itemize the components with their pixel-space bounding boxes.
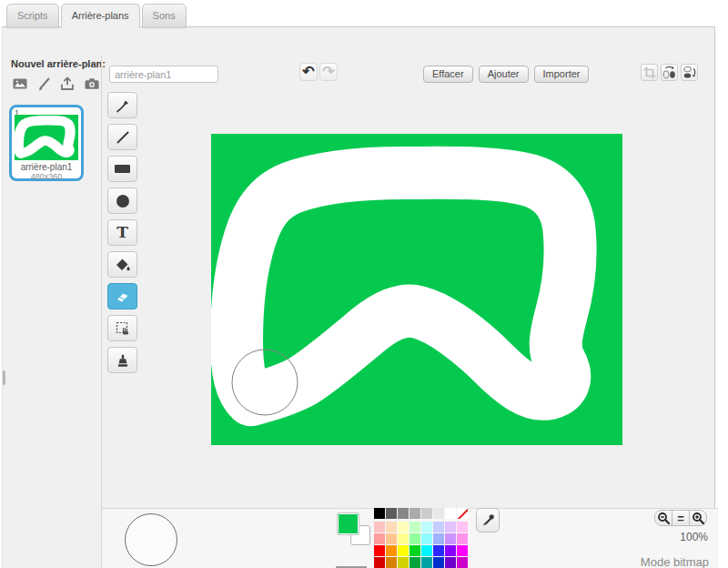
paint-canvas[interactable]: [211, 134, 622, 445]
palette-color[interactable]: [445, 533, 456, 544]
tab-backdrops[interactable]: Arrière-plans: [61, 4, 140, 28]
tool-fill[interactable]: [107, 251, 137, 278]
tool-ellipse[interactable]: [107, 188, 137, 214]
eyedropper-button[interactable]: [476, 508, 500, 532]
palette-color[interactable]: [386, 557, 397, 568]
crop-button[interactable]: [641, 64, 658, 81]
palette-color[interactable]: [410, 545, 420, 556]
palette-color[interactable]: [386, 533, 397, 544]
flip-horizontal-icon: [662, 65, 677, 80]
add-button[interactable]: Ajouter: [479, 66, 529, 83]
paint-icon[interactable]: [36, 76, 51, 92]
canvas-drawing: [211, 134, 622, 445]
ellipse-icon: [116, 195, 129, 208]
transform-buttons: [641, 64, 698, 81]
canvas-action-buttons: Effacer Ajouter Importer: [423, 66, 589, 83]
palette-color[interactable]: [421, 508, 432, 519]
undo-button[interactable]: ↶: [299, 63, 318, 81]
zoom-in-button[interactable]: [689, 510, 707, 526]
palette-color[interactable]: [410, 522, 420, 532]
backdrop-thumbnail[interactable]: 1 arrière-plan1 480x360: [9, 105, 84, 181]
palette-color[interactable]: [433, 557, 444, 568]
palette-color[interactable]: [433, 545, 444, 556]
library-icon[interactable]: [12, 76, 28, 92]
tool-select[interactable]: [107, 315, 137, 341]
palette-color[interactable]: [457, 522, 468, 532]
text-icon: T: [116, 225, 128, 240]
palette-color[interactable]: [445, 522, 456, 532]
tab-scripts[interactable]: Scripts: [6, 4, 59, 28]
tab-bar: Scripts Arrière-plans Sons: [6, 4, 188, 28]
tool-eraser[interactable]: [107, 283, 137, 309]
palette-color[interactable]: [398, 508, 409, 519]
white-drawing-stroke: [237, 173, 571, 400]
bitmap-mode-label: Mode bitmap: [618, 555, 709, 568]
palette-color[interactable]: [457, 508, 468, 519]
flip-vertical-button[interactable]: [681, 64, 698, 81]
palette-color[interactable]: [433, 508, 444, 519]
zoom-in-icon: [692, 512, 705, 525]
editor-area: Nouvel arrière-plan: 1 arrière-plan1 480…: [2, 26, 715, 568]
zoom-out-icon: [657, 512, 671, 525]
palette-color[interactable]: [374, 522, 385, 532]
upload-icon[interactable]: [59, 76, 76, 92]
tool-rectangle[interactable]: [107, 156, 137, 182]
palette-color[interactable]: [445, 545, 456, 556]
rectangle-icon: [115, 165, 130, 173]
camera-icon[interactable]: [84, 76, 100, 92]
palette-color[interactable]: [433, 522, 444, 532]
primary-color-swatch[interactable]: [337, 512, 359, 535]
redo-button[interactable]: ↷: [319, 63, 338, 81]
palette-color[interactable]: [386, 508, 397, 519]
palette-color[interactable]: [386, 545, 397, 556]
palette-color[interactable]: [457, 533, 468, 544]
clear-button[interactable]: Effacer: [423, 66, 473, 83]
new-backdrop-buttons: [12, 76, 100, 92]
palette-color[interactable]: [410, 508, 420, 519]
thumbnail-image: [15, 115, 78, 160]
palette-color[interactable]: [457, 545, 468, 556]
color-palette: [374, 508, 470, 568]
palette-color[interactable]: [445, 557, 456, 568]
backdrop-name-input[interactable]: [109, 66, 218, 83]
tab-sounds[interactable]: Sons: [142, 4, 187, 28]
tool-brush[interactable]: [107, 92, 137, 118]
eyedropper-icon: [480, 512, 496, 528]
palette-color[interactable]: [421, 522, 432, 532]
paint-editor: Scripts Arrière-plans Sons Nouvel arrièr…: [0, 0, 728, 568]
palette-color[interactable]: [421, 557, 432, 568]
zoom-reset-icon: =: [677, 512, 684, 525]
crop-icon: [642, 66, 657, 80]
panel-resize-handle[interactable]: [3, 370, 5, 385]
tool-text[interactable]: T: [107, 219, 137, 246]
palette-color[interactable]: [410, 533, 420, 544]
thumbnail-size: 480x360: [12, 172, 81, 181]
palette-color[interactable]: [374, 545, 385, 556]
zoom-controls: =: [654, 510, 707, 526]
palette-color[interactable]: [398, 545, 409, 556]
palette-color[interactable]: [374, 533, 385, 544]
import-button[interactable]: Importer: [534, 66, 590, 83]
thumbnail-name: arrière-plan1: [12, 162, 81, 172]
palette-color[interactable]: [398, 557, 409, 568]
tool-palette: T: [107, 92, 137, 373]
palette-color[interactable]: [421, 533, 432, 544]
palette-color[interactable]: [374, 557, 385, 568]
zoom-out-button[interactable]: [654, 510, 672, 526]
palette-color[interactable]: [457, 557, 468, 568]
flip-vertical-icon: [682, 65, 697, 80]
palette-color[interactable]: [445, 508, 456, 519]
flip-horizontal-button[interactable]: [661, 64, 678, 81]
tool-stamp[interactable]: [107, 347, 137, 373]
palette-color[interactable]: [398, 533, 409, 544]
palette-color[interactable]: [386, 522, 397, 532]
zoom-reset-button[interactable]: =: [672, 510, 690, 526]
tool-line[interactable]: [107, 124, 137, 150]
eraser-size-preview: [125, 513, 177, 566]
new-backdrop-label: Nouvel arrière-plan:: [11, 58, 106, 69]
palette-color[interactable]: [374, 508, 385, 519]
palette-color[interactable]: [410, 557, 420, 568]
palette-color[interactable]: [398, 522, 409, 532]
palette-color[interactable]: [433, 533, 444, 544]
palette-color[interactable]: [421, 545, 432, 556]
